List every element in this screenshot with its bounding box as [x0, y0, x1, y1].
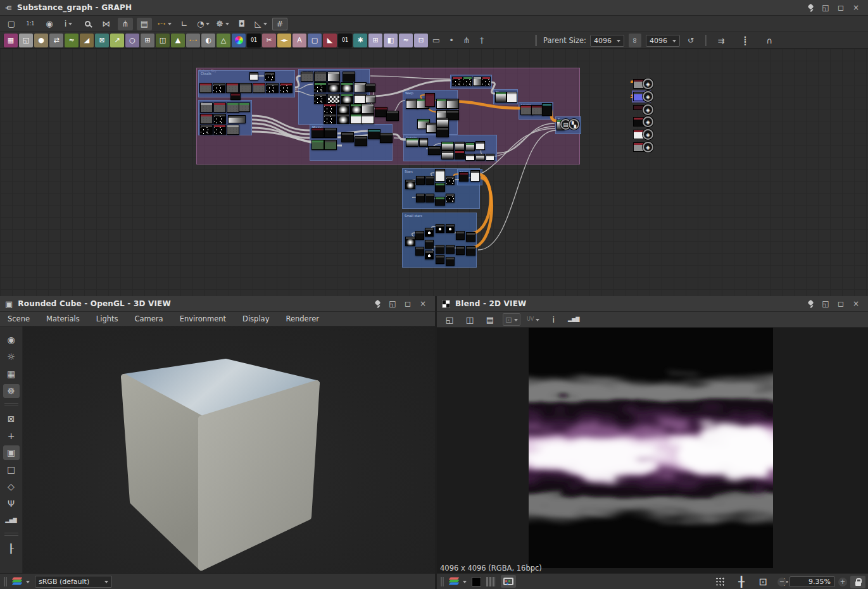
search-icon[interactable] — [80, 18, 95, 30]
graph-node[interactable] — [415, 231, 424, 240]
copy-image-icon[interactable]: ◱ — [442, 313, 457, 326]
graph-node[interactable] — [463, 77, 472, 86]
graph-node[interactable] — [465, 154, 475, 161]
tiling-grid-icon[interactable] — [712, 575, 727, 588]
preview-icon[interactable]: ◘ — [234, 18, 249, 30]
maximize-icon[interactable]: ◻ — [834, 298, 848, 309]
graph-node[interactable] — [465, 142, 475, 151]
output-cube-badge[interactable]: ◈ — [643, 142, 653, 152]
display-settings-icon[interactable]: ☸ — [3, 384, 20, 399]
graph-node[interactable] — [266, 83, 279, 93]
menu-camera[interactable]: Camera — [134, 314, 163, 323]
graph-node[interactable] — [368, 129, 381, 139]
graph-node[interactable] — [200, 102, 213, 113]
graph-node[interactable] — [475, 141, 485, 150]
background-color-swatch[interactable] — [472, 577, 481, 586]
graph-node[interactable] — [324, 104, 336, 114]
blur-node-icon[interactable]: ● — [34, 34, 48, 47]
fx-quadrant-node-icon[interactable]: ⊞ — [368, 34, 382, 47]
graph-canvas[interactable]: Galaxy SkyCloudsBase noiseDust cloudsMix… — [0, 49, 868, 296]
graph-node[interactable] — [446, 257, 455, 266]
histogram-2d-icon[interactable]: ▂▅▇ — [566, 313, 581, 326]
graph-node[interactable] — [213, 83, 225, 93]
graph-node[interactable] — [470, 170, 480, 182]
pin-icon[interactable] — [370, 298, 384, 309]
uv-overlay-toggle[interactable]: UV — [525, 313, 541, 326]
view2d-header[interactable]: Blend - 2D VIEW ◱ ◻ × — [437, 296, 868, 312]
curve-node-icon[interactable]: ≈ — [65, 34, 79, 47]
distribute-icon[interactable]: ┋ — [738, 34, 753, 47]
splatter-node-icon[interactable]: ⊞ — [141, 34, 154, 47]
graph-node[interactable] — [456, 246, 465, 255]
directional-warp-node-icon[interactable]: ↗ — [110, 34, 124, 47]
hsl-node-icon[interactable] — [232, 34, 246, 47]
graph-node[interactable] — [213, 125, 226, 135]
float-icon[interactable]: ◱ — [386, 298, 399, 309]
display-gamma-icon[interactable] — [501, 575, 516, 588]
graph-node[interactable] — [425, 176, 434, 185]
menu-materials[interactable]: Materials — [46, 314, 80, 323]
graph-node[interactable] — [425, 251, 434, 259]
graph-node[interactable] — [362, 114, 374, 124]
fx-square-node-icon[interactable]: ⊡ — [414, 34, 428, 47]
reset-size-icon[interactable]: ↺ — [684, 34, 698, 47]
directional-blur-node-icon[interactable]: ◢ — [80, 34, 94, 47]
fit-2d-icon[interactable]: ⊡ — [755, 575, 771, 588]
graph-node[interactable] — [314, 82, 327, 92]
graph-node[interactable] — [436, 118, 449, 128]
graph-node[interactable] — [435, 183, 445, 192]
graph-node[interactable] — [436, 127, 449, 137]
graph-node[interactable] — [441, 142, 454, 151]
graph-view-icon[interactable]: ⋔ — [118, 18, 133, 30]
graph-node[interactable] — [324, 128, 337, 138]
graph-node[interactable] — [228, 115, 246, 123]
graph-node[interactable] — [455, 151, 465, 159]
graph-node[interactable] — [354, 82, 367, 92]
menu-environment[interactable]: Environment — [180, 314, 226, 323]
parent-height-select[interactable]: 4096 — [646, 35, 680, 47]
fit-view-icon[interactable]: ▢ — [4, 18, 19, 30]
graph-node[interactable] — [446, 176, 455, 185]
stats-icon[interactable]: ▂▅▇ — [3, 513, 20, 528]
graph-node[interactable] — [459, 172, 469, 182]
menu-display[interactable]: Display — [242, 314, 269, 323]
graph-node[interactable] — [337, 114, 349, 124]
info-icon[interactable]: i — [61, 18, 76, 30]
graph-node[interactable] — [301, 71, 313, 82]
connector-display-icon[interactable]: ⇉ — [714, 34, 729, 47]
graph-node[interactable] — [425, 194, 434, 202]
menu-scene[interactable]: Scene — [8, 314, 30, 323]
blend-node-icon[interactable]: ∙–∙ — [186, 34, 200, 47]
graph-node[interactable] — [441, 151, 454, 159]
graph-node[interactable] — [365, 84, 375, 92]
graph-node[interactable] — [239, 83, 252, 93]
view3d-header[interactable]: ▣ Rounded Cube - OpenGL - 3D VIEW ◱ ◻ × — [0, 296, 435, 312]
graph-node[interactable] — [314, 71, 327, 82]
output-cube-badge[interactable]: ◈ — [643, 78, 653, 89]
background-pattern-icon[interactable] — [486, 577, 496, 586]
fx-gradient-node-icon[interactable]: ◧ — [384, 34, 398, 47]
parent-width-select[interactable]: 4096 — [590, 35, 624, 47]
graph-node[interactable] — [375, 107, 387, 117]
graph-node[interactable] — [425, 228, 434, 237]
graph-node[interactable] — [354, 94, 367, 104]
graph-node[interactable] — [324, 140, 337, 150]
graph-node[interactable] — [365, 95, 375, 103]
graph-node[interactable] — [419, 138, 428, 147]
graph-node[interactable] — [227, 102, 239, 113]
graph-node[interactable] — [341, 82, 353, 92]
transform-manip-icon[interactable]: ⊡ — [503, 313, 520, 326]
pin-icon[interactable] — [803, 2, 817, 13]
graph-node[interactable] — [446, 245, 455, 254]
graph-node[interactable] — [227, 125, 239, 135]
link-views-icon[interactable]: ⋈ — [99, 18, 114, 30]
zoom-out-button[interactable]: − — [777, 578, 786, 586]
graph-node[interactable] — [425, 240, 434, 249]
link-size-icon[interactable]: ∞ — [629, 34, 641, 47]
output-cube-badge[interactable]: ◈ — [643, 116, 653, 127]
channel-shuffle-node-icon[interactable]: ⇄ — [49, 34, 63, 47]
graph-node[interactable] — [415, 247, 424, 256]
pin-icon[interactable] — [803, 298, 817, 309]
menu-renderer[interactable]: Renderer — [286, 314, 319, 323]
float-icon[interactable]: ◱ — [819, 298, 833, 309]
